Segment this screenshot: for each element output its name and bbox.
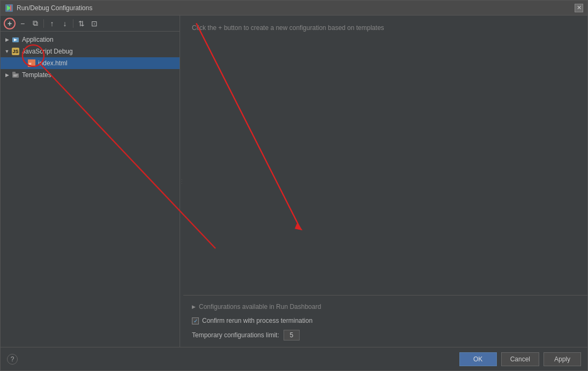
expand-arrow-jsdebug: ▼ [4,48,10,55]
confirm-rerun-row: Confirm rerun with process termination [192,314,579,328]
svg-marker-13 [295,223,303,231]
templates-icon [11,71,20,79]
dialog-title: Run/Debug Configurations [17,4,92,12]
footer: ? OK Cancel Apply [1,347,587,370]
temp-config-label: Temporary configurations limit: [192,331,279,339]
filter-button[interactable]: ⊡ [88,18,100,29]
title-bar: Run/Debug Configurations ✕ [1,1,587,16]
right-panel: Click the + button to create a new confi… [183,16,587,347]
footer-left: ? [7,354,18,365]
title-bar-left: Run/Debug Configurations [5,4,92,12]
configurations-available[interactable]: ▶ Configurations available in Run Dashbo… [192,300,579,314]
application-icon [11,35,20,44]
toolbar-separator-2 [73,19,73,28]
configs-expand-arrow: ▶ [192,304,196,309]
html-icon: H [27,59,36,67]
remove-configuration-button[interactable]: − [17,18,28,29]
expand-arrow-indexhtml [20,60,26,66]
tree-label-indexhtml: index.html [38,59,68,67]
copy-configuration-button[interactable]: ⧉ [29,18,41,29]
sort-button[interactable]: ⇅ [76,18,87,29]
bottom-section: ▶ Configurations available in Run Dashbo… [183,295,587,347]
annotation-arrow [183,16,587,295]
svg-text:H: H [29,62,31,65]
run-debug-dialog: Run/Debug Configurations ✕ + − ⧉ ↑ ↓ ⇅ ⊡ [0,0,588,371]
hint-text-prefix: Click the + button to create a new confi… [192,24,384,32]
confirm-rerun-label: Confirm rerun with process termination [202,317,312,324]
tree-label-application: Application [22,36,54,43]
main-content: + − ⧉ ↑ ↓ ⇅ ⊡ ▶ [1,16,587,347]
apply-button[interactable]: Apply [544,352,581,366]
svg-rect-7 [12,73,19,78]
tree-item-indexhtml[interactable]: H index.html [1,57,180,69]
add-configuration-button[interactable]: + [4,18,16,29]
dialog-icon [5,4,13,12]
jsdebug-icon: JS [11,47,20,56]
tree-item-jsdebug[interactable]: ▼ JS JavaScript Debug [1,46,180,57]
svg-line-12 [196,24,300,228]
tree-item-application[interactable]: ▶ Application [1,34,180,46]
toolbar: + − ⧉ ↑ ↓ ⇅ ⊡ [1,16,180,32]
svg-rect-8 [12,72,16,74]
ok-button[interactable]: OK [459,352,497,366]
tree-item-templates[interactable]: ▶ Templates [1,69,180,81]
right-content: Click the + button to create a new confi… [183,16,587,295]
svg-rect-2 [10,5,11,11]
tree-label-templates: Templates [22,71,51,79]
temp-config-row: Temporary configurations limit: [192,328,579,343]
cancel-button[interactable]: Cancel [501,352,539,366]
help-button[interactable]: ? [7,354,18,365]
tree-label-jsdebug: JavaScript Debug [22,48,73,55]
configs-available-label: Configurations available in Run Dashboar… [199,303,321,311]
move-up-button[interactable]: ↑ [46,18,58,29]
temp-config-input[interactable] [284,330,300,340]
configuration-tree: ▶ Application ▼ JS JavaScript [1,32,180,347]
close-button[interactable]: ✕ [575,4,583,12]
footer-right: OK Cancel Apply [459,352,581,366]
expand-arrow-templates: ▶ [4,72,10,78]
left-panel: + − ⧉ ↑ ↓ ⇅ ⊡ ▶ [1,16,180,347]
confirm-rerun-checkbox[interactable] [192,317,199,324]
move-down-button[interactable]: ↓ [59,18,71,29]
toolbar-separator-1 [43,19,44,28]
hint-text: Click the + button to create a new confi… [192,24,579,32]
expand-arrow-application: ▶ [4,36,10,43]
